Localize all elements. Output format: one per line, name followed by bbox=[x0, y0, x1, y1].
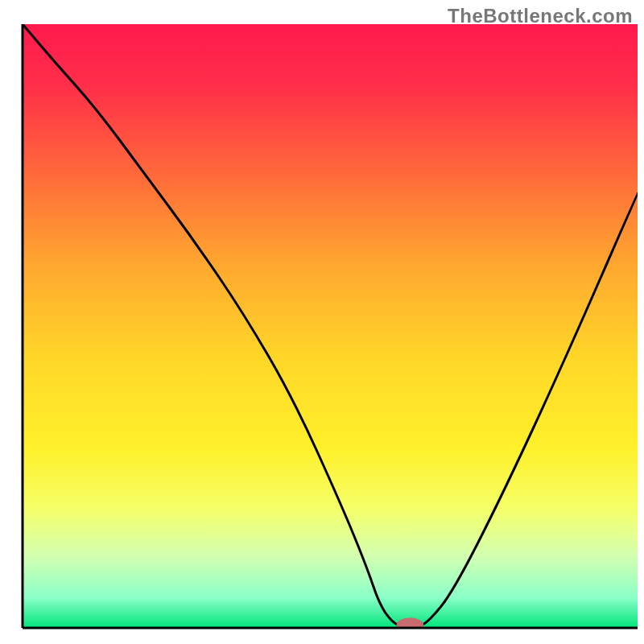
optimal-marker bbox=[397, 617, 424, 632]
watermark: TheBottleneck.com bbox=[448, 5, 633, 27]
chart-container: TheBottleneck.com bbox=[0, 0, 644, 644]
gradient-background bbox=[23, 24, 638, 628]
bottleneck-chart bbox=[0, 0, 644, 644]
